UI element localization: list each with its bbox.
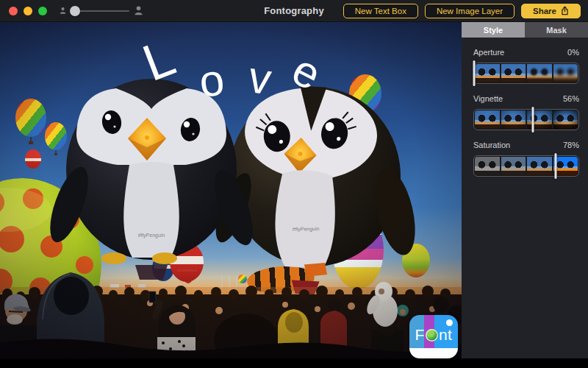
window-title: Fontography xyxy=(264,5,324,16)
new-text-box-button[interactable]: New Text Box xyxy=(343,4,418,18)
tab-mask[interactable]: Mask xyxy=(525,22,588,38)
bottom-bar xyxy=(0,358,588,368)
vignette-label: Vignette xyxy=(473,94,503,103)
tab-style[interactable]: Style xyxy=(462,22,525,38)
font-app-watermark: F nt xyxy=(409,315,458,358)
vignette-handle[interactable] xyxy=(531,107,534,132)
vignette-control: Vignette 56% xyxy=(473,94,579,130)
traffic-lights xyxy=(9,7,47,15)
aperture-label: Aperture xyxy=(473,48,504,57)
left-penguin-tag: #flyPenguin xyxy=(138,233,165,238)
aperture-control: Aperture 0% xyxy=(473,48,579,84)
watermark-letter-f: F xyxy=(415,326,425,344)
close-button[interactable] xyxy=(9,7,18,15)
saturation-label: Saturation xyxy=(473,141,510,149)
share-button-label: Share xyxy=(533,7,556,15)
saturation-value: 78% xyxy=(563,141,579,149)
vignette-strip[interactable] xyxy=(473,109,579,130)
saturation-handle[interactable] xyxy=(554,153,556,179)
font-size-slider-group xyxy=(59,5,144,16)
size-slider[interactable] xyxy=(71,6,129,16)
minimize-button[interactable] xyxy=(24,7,32,15)
watermark-text: F nt xyxy=(409,326,458,344)
aperture-value: 0% xyxy=(567,48,579,57)
hijab-person xyxy=(397,305,409,316)
saturation-strip[interactable] xyxy=(473,155,579,177)
share-icon xyxy=(561,6,569,15)
person-large-icon xyxy=(133,5,144,16)
new-image-layer-button[interactable]: New Image Layer xyxy=(425,4,514,18)
camera-lens-icon xyxy=(426,329,438,342)
photo-scene: #flyPenguin xyxy=(0,22,462,358)
sidebar: Style Mask Aperture 0% xyxy=(462,22,588,358)
zoom-button[interactable] xyxy=(38,7,47,15)
titlebar: Fontography New Text Box New Image Layer… xyxy=(0,0,588,22)
vignette-value: 56% xyxy=(563,94,579,103)
camera-flash-dot xyxy=(446,319,453,326)
toolbar-buttons: New Text Box New Image Layer Share xyxy=(343,4,581,18)
share-button[interactable]: Share xyxy=(521,4,581,18)
app-window: Fontography New Text Box New Image Layer… xyxy=(0,0,588,368)
person-small-icon xyxy=(59,7,67,15)
aperture-strip[interactable] xyxy=(473,63,579,84)
main-area: #flyPenguin xyxy=(0,22,588,358)
sidebar-tabs: Style Mask xyxy=(462,22,588,38)
photo-canvas[interactable]: #flyPenguin xyxy=(0,22,462,358)
watermark-letters-nt: nt xyxy=(439,326,453,344)
saturation-control: Saturation 78% xyxy=(473,141,579,177)
size-slider-knob[interactable] xyxy=(70,6,80,16)
aperture-handle[interactable] xyxy=(473,60,476,86)
